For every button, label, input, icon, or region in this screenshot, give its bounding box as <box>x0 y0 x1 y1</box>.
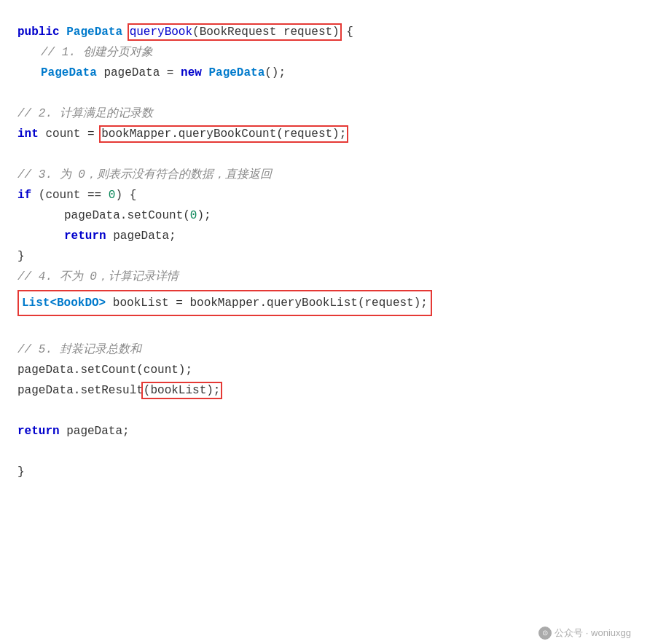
line-if-close: } <box>17 246 649 267</box>
line-blank5 <box>17 441 649 462</box>
footer-text: 公众号 · woniuxgg <box>555 625 631 641</box>
line-comment5: // 5. 封装记录总数和 <box>17 339 649 360</box>
footer: ⊙ 公众号 · woniuxgg <box>538 625 631 641</box>
line-booklist-assign: List<BookDO> bookList = bookMapper.query… <box>17 290 432 316</box>
line-count-assign: int count = bookMapper.queryBookCount(re… <box>17 124 649 144</box>
line-blank1 <box>17 83 649 103</box>
code-block: public PageData queryBook(BookRequest re… <box>17 15 649 490</box>
line-comment1: // 1. 创建分页对象 <box>17 42 649 63</box>
line-return2: return pageData; <box>17 421 649 441</box>
line-return1: return pageData; <box>17 226 649 246</box>
line-setcount2: pageData.setCount(count); <box>17 360 649 380</box>
line-close-brace: } <box>17 462 649 482</box>
line-setresult: pageData.setResult(bookList); <box>17 380 649 401</box>
line-blank3 <box>17 319 649 339</box>
line-signature: public PageData queryBook(BookRequest re… <box>17 22 649 42</box>
line-setcount: pageData.setCount(0); <box>17 205 649 226</box>
code-viewer: public PageData queryBook(BookRequest re… <box>17 15 649 644</box>
line-pagedata-init: PageData pageData = new PageData(); <box>17 63 649 83</box>
line-booklist-text: List<BookDO> bookList = bookMapper.query… <box>22 293 428 313</box>
line-blank2 <box>17 144 649 165</box>
line-comment4: // 4. 不为 0，计算记录详情 <box>17 267 649 287</box>
line-comment3: // 3. 为 0，则表示没有符合的数据，直接返回 <box>17 165 649 185</box>
line-if-open: if (count == 0) { <box>17 185 649 205</box>
line-comment2: // 2. 计算满足的记录数 <box>17 103 649 124</box>
line-blank4 <box>17 401 649 421</box>
footer-icon: ⊙ <box>538 627 552 640</box>
